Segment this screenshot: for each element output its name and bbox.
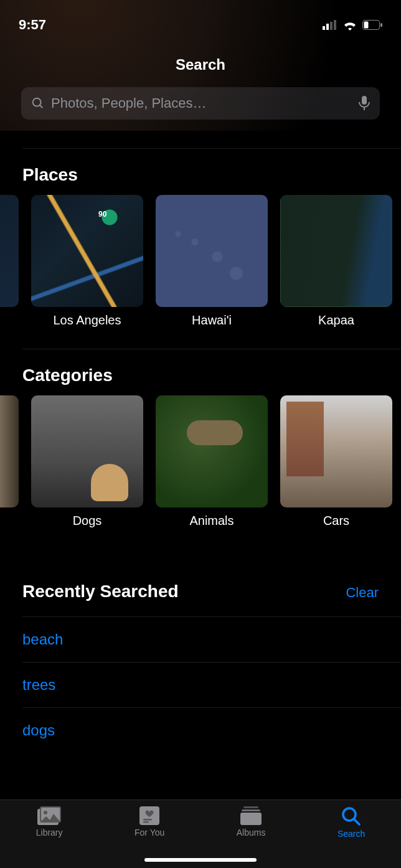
place-label: Hawai'i: [156, 307, 268, 328]
wifi-icon: [342, 19, 357, 31]
category-tile-dogs[interactable]: Dogs: [31, 395, 143, 528]
categories-section: Categories Dogs Animals Cars: [0, 349, 401, 528]
place-thumb: [280, 195, 392, 307]
places-section: Places Los Angeles Hawai'i Kapaa: [0, 149, 401, 328]
category-thumb: [280, 395, 392, 507]
battery-icon: [362, 20, 382, 30]
recent-section: Recently Searched Clear beach trees dogs: [0, 565, 401, 753]
tab-search[interactable]: Search: [337, 806, 365, 839]
category-tile-cars[interactable]: Cars: [280, 395, 392, 528]
status-indicators: [323, 19, 382, 31]
place-tile-peek-left[interactable]: [0, 195, 19, 328]
svg-rect-20: [240, 813, 262, 825]
place-tile-hawaii[interactable]: Hawai'i: [156, 195, 268, 328]
svg-rect-2: [330, 22, 333, 30]
svg-rect-5: [380, 23, 382, 27]
cellular-icon: [323, 20, 337, 30]
foryou-icon: [139, 806, 159, 825]
tab-library[interactable]: Library: [36, 806, 63, 837]
clear-button[interactable]: Clear: [346, 585, 379, 601]
place-tile-los-angeles[interactable]: Los Angeles: [31, 195, 143, 328]
svg-line-8: [40, 105, 43, 108]
tab-foryou[interactable]: For You: [134, 806, 164, 837]
status-time: 9:57: [19, 17, 46, 33]
search-icon: [31, 97, 45, 110]
tab-label: Albums: [237, 828, 266, 837]
places-strip[interactable]: Los Angeles Hawai'i Kapaa: [0, 195, 401, 328]
tab-label: For You: [134, 828, 164, 837]
svg-rect-3: [334, 20, 336, 30]
tab-label: Search: [337, 829, 365, 839]
search-input[interactable]: [51, 95, 352, 111]
svg-rect-0: [323, 26, 325, 30]
albums-icon: [240, 806, 262, 825]
home-indicator[interactable]: [144, 858, 257, 862]
categories-strip[interactable]: Dogs Animals Cars: [0, 395, 401, 528]
tab-label: Library: [36, 828, 63, 837]
places-title: Places: [22, 149, 401, 195]
status-bar: 9:57: [0, 11, 401, 39]
svg-line-22: [354, 819, 360, 825]
place-label: Kapaa: [280, 307, 392, 328]
recent-title: Recently Searched: [22, 565, 179, 611]
search-tab-icon: [341, 806, 361, 826]
library-icon: [37, 806, 61, 825]
tab-albums[interactable]: Albums: [237, 806, 266, 837]
place-thumb: [156, 195, 268, 307]
category-label: Cars: [280, 507, 392, 528]
recent-item-trees[interactable]: trees: [22, 662, 401, 707]
place-thumb: [31, 195, 143, 307]
category-label: Dogs: [31, 507, 143, 528]
svg-rect-17: [143, 821, 149, 823]
svg-rect-16: [143, 819, 152, 821]
svg-rect-18: [243, 806, 258, 808]
recent-item-beach[interactable]: beach: [22, 616, 401, 662]
page-title: Search: [0, 39, 401, 87]
category-tile-animals[interactable]: Animals: [156, 395, 268, 528]
category-thumb: [31, 395, 143, 507]
categories-title: Categories: [22, 349, 401, 395]
search-field[interactable]: [21, 87, 380, 120]
category-thumb: [156, 395, 268, 507]
place-label: Los Angeles: [31, 307, 143, 328]
mic-icon[interactable]: [359, 96, 370, 111]
tab-bar: Library For You Albums Search: [0, 800, 401, 868]
category-tile-peek-left[interactable]: [0, 395, 19, 528]
svg-point-7: [33, 98, 41, 106]
place-tile-kapaa[interactable]: Kapaa: [280, 195, 392, 328]
svg-rect-1: [326, 24, 329, 30]
recent-item-dogs[interactable]: dogs: [22, 707, 401, 753]
svg-rect-9: [362, 96, 367, 105]
svg-rect-19: [242, 809, 260, 811]
category-label: Animals: [156, 507, 268, 528]
svg-point-14: [44, 811, 47, 814]
svg-rect-6: [364, 22, 369, 29]
